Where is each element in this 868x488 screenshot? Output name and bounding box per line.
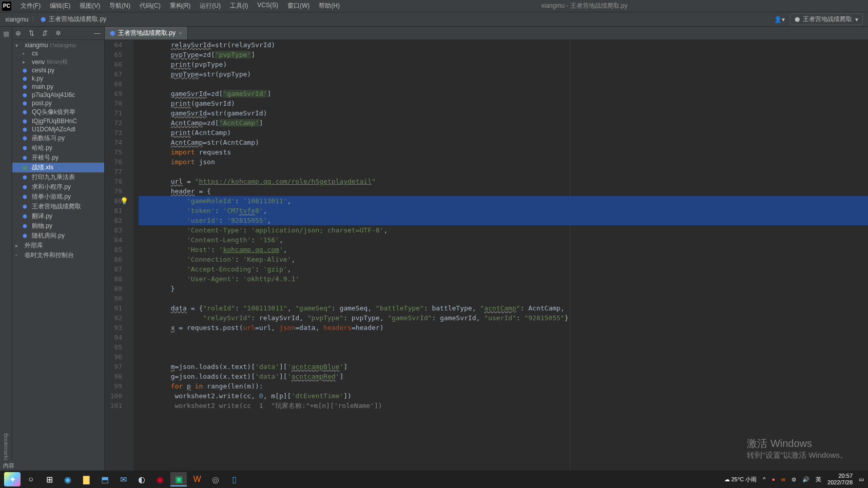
code-content[interactable]: relaySvrId=str(relaySvrId) pvpType=zd['p… bbox=[133, 40, 868, 471]
menu-bar: 文件(F) 编辑(E) 视图(V) 导航(N) 代码(C) 重构(R) 运行(U… bbox=[16, 1, 344, 11]
mail-icon[interactable]: ✉ bbox=[115, 472, 131, 486]
menu-vcs[interactable]: VCS(S) bbox=[253, 1, 282, 11]
left-tool-rail: ▦ Bookmarks bbox=[0, 27, 12, 471]
tree-item[interactable]: ⬢tQjgFfUqBBHnC bbox=[12, 117, 104, 125]
tree-item-icon: ⬢ bbox=[23, 213, 30, 219]
python-file-icon: ⬢ bbox=[41, 16, 46, 23]
tree-item[interactable]: ⬢U1DOMjAZcAdl bbox=[12, 125, 104, 133]
edge-icon[interactable]: ◉ bbox=[60, 472, 76, 486]
tree-item-icon: ⬢ bbox=[23, 233, 30, 239]
target-icon[interactable]: ⊕ bbox=[15, 29, 23, 37]
tree-item[interactable]: ⬢王者营地战绩爬取 bbox=[12, 202, 104, 211]
menu-help[interactable]: 帮助(H) bbox=[315, 1, 344, 11]
editor-tab[interactable]: ⬢ 王者营地战绩爬取.py × bbox=[105, 27, 188, 40]
tray-icon-1[interactable]: ● bbox=[771, 476, 775, 482]
tray-chevron-icon[interactable]: ^ bbox=[763, 476, 765, 482]
tree-item[interactable]: ▸venvlibrary根 bbox=[12, 57, 104, 66]
tree-item[interactable]: ⬢求和小程序.py bbox=[12, 182, 104, 192]
tree-item-label: main.py bbox=[32, 83, 53, 90]
tray-icon-2[interactable]: w bbox=[781, 476, 785, 482]
tree-item-icon: ⬢ bbox=[23, 184, 30, 190]
menu-tools[interactable]: 工具(I) bbox=[226, 1, 252, 11]
volume-icon[interactable]: 🔊 bbox=[802, 476, 809, 483]
tree-item[interactable]: ⬢随机房间.py bbox=[12, 231, 104, 241]
run-config-selector[interactable]: ⬢ 王者营地战绩爬取 ▾ bbox=[790, 13, 863, 25]
run-config-name: 王者营地战绩爬取 bbox=[803, 15, 852, 24]
intention-bulb-icon[interactable]: 💡 bbox=[120, 196, 127, 203]
collapse-icon[interactable]: ⇵ bbox=[42, 29, 49, 37]
app-icon-1[interactable]: ◎ bbox=[207, 472, 224, 486]
tree-item-label: 翻译.py bbox=[32, 212, 52, 221]
menu-run[interactable]: 运行(U) bbox=[196, 1, 225, 11]
steam-icon[interactable]: ◐ bbox=[133, 472, 150, 486]
tree-item-icon: ⬢ bbox=[23, 76, 30, 82]
wps-icon[interactable]: W bbox=[189, 472, 205, 486]
project-tool-button[interactable]: ▦ bbox=[3, 30, 9, 37]
tree-item[interactable]: ▦战绩.xls bbox=[12, 163, 104, 172]
menu-window[interactable]: 窗口(W) bbox=[283, 1, 314, 11]
tree-item-label: U1DOMjAZcAdl bbox=[32, 126, 75, 133]
tree-item-icon: ⬢ bbox=[23, 204, 30, 209]
tree-item[interactable]: ▸外部库 bbox=[12, 241, 104, 250]
notification-icon[interactable]: ▭ bbox=[859, 476, 864, 483]
expand-icon[interactable]: ⇅ bbox=[29, 29, 36, 37]
tree-item[interactable]: ⬢ceshi.py bbox=[12, 66, 104, 74]
breadcrumb-project[interactable]: xiangmu bbox=[5, 16, 28, 23]
menu-refactor[interactable]: 重构(R) bbox=[166, 1, 195, 11]
close-tab-icon[interactable]: × bbox=[179, 30, 182, 37]
tree-item[interactable]: ⬢购物.py bbox=[12, 221, 104, 231]
menu-view[interactable]: 视图(V) bbox=[75, 1, 104, 11]
tree-item[interactable]: ⬢函数练习.py bbox=[12, 133, 104, 143]
search-icon[interactable]: ○ bbox=[23, 472, 39, 486]
users-icon[interactable]: 👤▾ bbox=[774, 16, 785, 23]
tree-item[interactable]: ⬢哈哈.py bbox=[12, 143, 104, 153]
tree-item[interactable]: ⬢k.py bbox=[12, 74, 104, 83]
tree-item-label: cs bbox=[32, 50, 38, 57]
title-bar: PC 文件(F) 编辑(E) 视图(V) 导航(N) 代码(C) 重构(R) 运… bbox=[0, 0, 868, 12]
breadcrumb-file[interactable]: 王者营地战绩爬取.py bbox=[49, 15, 106, 24]
tree-item[interactable]: ⬢翻译.py bbox=[12, 211, 104, 221]
fold-gutter[interactable] bbox=[126, 40, 133, 471]
start-button[interactable]: ✦ bbox=[4, 472, 21, 486]
task-view-icon[interactable]: ⊞ bbox=[41, 472, 57, 486]
tree-item[interactable]: ⬢打印九九乘法表 bbox=[12, 172, 104, 182]
network-icon[interactable]: ⊜ bbox=[792, 476, 796, 483]
tree-item-icon: ⬢ bbox=[23, 223, 30, 229]
tree-item-label: 外部库 bbox=[25, 241, 43, 250]
clock[interactable]: 20:57 2022/7/28 bbox=[827, 473, 853, 486]
store-icon[interactable]: ⬒ bbox=[97, 472, 113, 486]
pycharm-icon[interactable]: ▣ bbox=[170, 472, 187, 486]
tree-item[interactable]: ⬢p7ia3qAlxj41l6c bbox=[12, 91, 104, 99]
menu-nav[interactable]: 导航(N) bbox=[105, 1, 134, 11]
app-icon-2[interactable]: ▯ bbox=[226, 472, 242, 486]
tree-item[interactable]: ▾xiangmuI:\xiangmu bbox=[12, 41, 104, 49]
tree-item[interactable]: ⬢main.py bbox=[12, 83, 104, 91]
tree-item-icon: ▪ bbox=[23, 51, 30, 56]
weather-widget[interactable]: ☁ 25°C 小雨 bbox=[724, 476, 757, 483]
tree-item-icon: ⬢ bbox=[23, 194, 30, 200]
tree-item[interactable]: ⬢post.py bbox=[12, 99, 104, 107]
ime-indicator[interactable]: 英 bbox=[816, 476, 821, 483]
tree-item-label: p7ia3qAlxj41l6c bbox=[32, 91, 75, 99]
tree-item-label: 函数练习.py bbox=[32, 134, 65, 143]
tree-item-label: 哈哈.py bbox=[32, 144, 52, 152]
tree-item[interactable]: ⬢QQ头像k值穷举 bbox=[12, 107, 104, 117]
menu-edit[interactable]: 编辑(E) bbox=[46, 1, 74, 11]
settings-icon[interactable]: ✲ bbox=[55, 29, 63, 37]
tree-item-label: 开根号.py bbox=[32, 153, 59, 162]
tree-item-label: ceshi.py bbox=[32, 67, 54, 74]
menu-file[interactable]: 文件(F) bbox=[16, 1, 45, 11]
editor-tabs: ⬢ 王者营地战绩爬取.py × bbox=[105, 27, 868, 40]
netease-icon[interactable]: ◉ bbox=[152, 472, 168, 486]
minimize-icon[interactable]: — bbox=[94, 29, 101, 37]
tree-item[interactable]: ⬢猜拳小游戏.py bbox=[12, 192, 104, 202]
project-tree[interactable]: ▾xiangmuI:\xiangmu▪cs▸venvlibrary根⬢ceshi… bbox=[12, 40, 104, 471]
tree-item-icon: ⬢ bbox=[23, 135, 30, 141]
menu-code[interactable]: 代码(C) bbox=[136, 1, 165, 11]
explorer-icon[interactable]: ▇ bbox=[78, 472, 94, 486]
line-number-gutter: 6465666768697071727374757677787980818283… bbox=[105, 40, 126, 471]
tree-item[interactable]: ▫临时文件和控制台 bbox=[12, 250, 104, 260]
tree-item[interactable]: ⬢开根号.py bbox=[12, 153, 104, 163]
code-editor[interactable]: 6465666768697071727374757677787980818283… bbox=[105, 40, 868, 471]
tree-item[interactable]: ▪cs bbox=[12, 49, 104, 57]
